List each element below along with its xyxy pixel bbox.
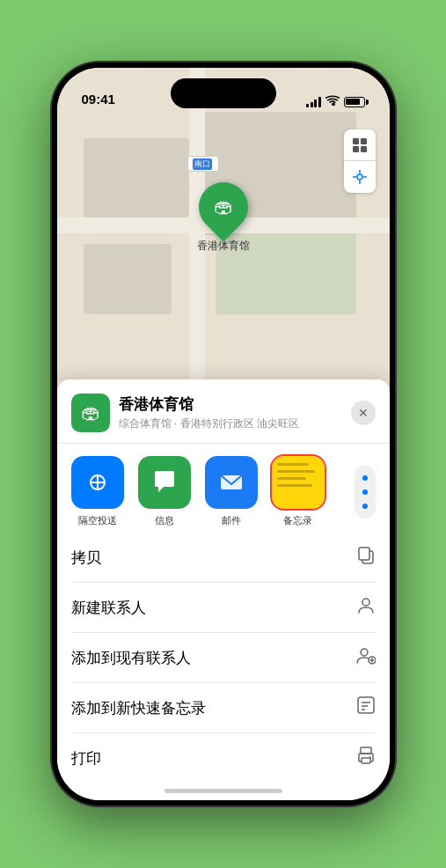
venue-subtitle: 综合体育馆 · 香港特别行政区 油尖旺区	[119, 416, 351, 431]
bottom-sheet: 🏟 香港体育馆 综合体育馆 · 香港特别行政区 油尖旺区 ✕	[57, 379, 390, 800]
add-note-icon	[356, 695, 376, 720]
notes-label: 备忘录	[283, 514, 312, 527]
home-indicator	[165, 789, 282, 793]
wifi-icon	[325, 95, 340, 108]
venue-icon: 🏟	[71, 394, 110, 432]
share-mail-item[interactable]: 邮件	[201, 456, 261, 527]
svg-point-13	[362, 475, 368, 481]
venue-info: 香港体育馆 综合体育馆 · 香港特别行政区 油尖旺区	[119, 394, 351, 431]
copy-icon	[356, 545, 376, 570]
stadium-pin-emoji: 🏟	[214, 195, 233, 218]
action-print[interactable]: 打印	[71, 733, 376, 783]
map-block	[84, 244, 172, 314]
stadium-marker[interactable]: 🏟 香港体育馆	[197, 182, 250, 254]
airdrop-label: 隔空投送	[78, 514, 117, 527]
action-new-contact[interactable]: 新建联系人	[71, 583, 376, 633]
map-layer-button[interactable]	[344, 129, 376, 161]
print-icon	[356, 746, 376, 770]
print-label: 打印	[71, 748, 101, 769]
status-icons	[306, 95, 365, 108]
add-existing-label: 添加到现有联系人	[71, 648, 191, 668]
phone-frame: 09:41	[52, 63, 395, 805]
venue-name: 香港体育馆	[119, 394, 351, 415]
svg-point-19	[361, 649, 368, 656]
airdrop-icon	[71, 456, 124, 509]
close-button[interactable]: ✕	[351, 401, 376, 425]
venue-header: 🏟 香港体育馆 综合体育馆 · 香港特别行政区 油尖旺区 ✕	[57, 379, 390, 444]
svg-rect-17	[359, 548, 369, 560]
svg-rect-29	[362, 758, 370, 763]
map-block	[84, 138, 189, 217]
status-time: 09:41	[82, 92, 115, 108]
copy-label: 拷贝	[71, 548, 101, 568]
share-more-item[interactable]	[335, 466, 390, 519]
message-label: 信息	[155, 514, 174, 527]
notes-icon	[272, 456, 325, 509]
share-message-item[interactable]: 信息	[135, 456, 194, 527]
add-existing-icon	[356, 645, 376, 670]
battery-icon	[344, 97, 365, 107]
add-note-label: 添加到新快速备忘录	[71, 698, 206, 718]
action-add-existing[interactable]: 添加到现有联系人	[71, 633, 376, 683]
nankou-label: 南口	[187, 156, 219, 172]
svg-rect-3	[361, 146, 367, 152]
share-notes-item[interactable]: 备忘录	[268, 456, 328, 527]
svg-point-18	[362, 599, 369, 606]
new-contact-icon	[356, 595, 376, 620]
new-contact-label: 新建联系人	[71, 598, 146, 618]
dynamic-island	[171, 78, 276, 108]
action-add-note[interactable]: 添加到新快速备忘录	[71, 683, 376, 733]
svg-point-15	[362, 504, 368, 509]
svg-rect-27	[361, 747, 371, 754]
svg-rect-1	[361, 138, 367, 144]
message-icon	[138, 456, 191, 509]
signal-icon	[306, 97, 321, 107]
svg-rect-23	[358, 697, 374, 713]
phone-screen: 09:41	[57, 68, 390, 800]
svg-rect-0	[353, 138, 359, 144]
action-copy[interactable]: 拷贝	[71, 533, 376, 583]
more-icon	[355, 466, 376, 519]
svg-point-4	[357, 174, 362, 180]
share-row: 隔空投送 信息	[57, 444, 390, 533]
svg-point-30	[369, 756, 371, 758]
mail-label: 邮件	[222, 514, 241, 527]
action-list: 拷贝 新建联系人	[57, 533, 390, 783]
map-controls	[344, 129, 376, 193]
nankou-icon: 南口	[193, 158, 212, 170]
stadium-pin: 🏟	[188, 172, 258, 241]
share-airdrop-item[interactable]: 隔空投送	[68, 456, 128, 527]
svg-rect-2	[353, 146, 359, 152]
location-button[interactable]	[344, 161, 376, 193]
mail-icon	[205, 456, 258, 509]
svg-point-14	[362, 489, 368, 495]
